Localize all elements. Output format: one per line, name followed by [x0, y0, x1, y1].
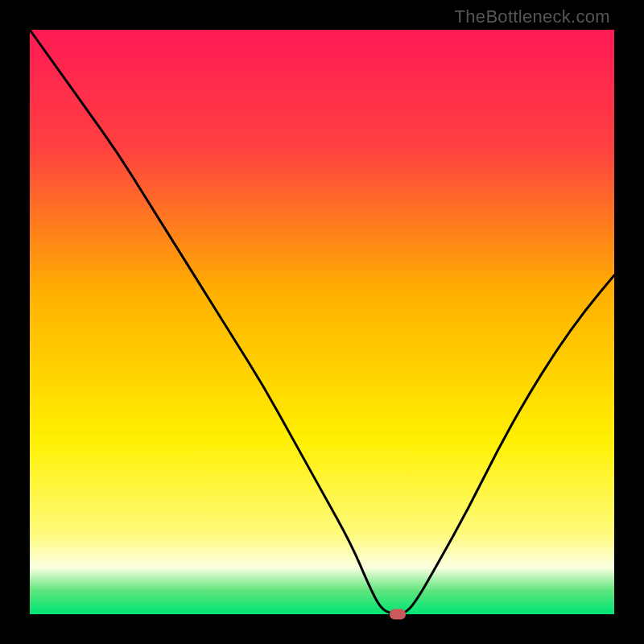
bottleneck-curve	[30, 30, 614, 614]
optimal-point-marker	[390, 609, 406, 620]
plot-area	[30, 30, 614, 614]
curve-path	[30, 30, 614, 614]
watermark-text: TheBottleneck.com	[455, 6, 610, 27]
chart-frame: TheBottleneck.com	[0, 0, 644, 644]
